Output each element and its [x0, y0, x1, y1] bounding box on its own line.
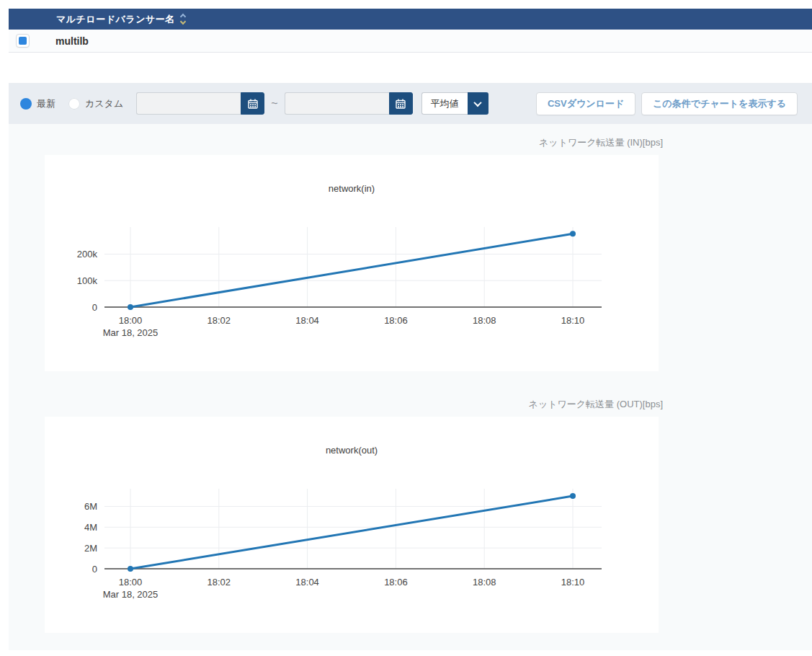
aggregation-selected-value[interactable]: 平均値 — [421, 92, 468, 115]
chevron-down-icon — [473, 98, 481, 106]
radio-custom-button[interactable] — [68, 98, 80, 110]
radio-custom[interactable]: カスタム — [68, 97, 123, 110]
show-chart-button[interactable]: この条件でチャートを表示する — [641, 92, 798, 115]
date-from-group — [136, 92, 264, 115]
date-to-input[interactable] — [285, 92, 389, 115]
svg-text:18:02: 18:02 — [208, 577, 231, 588]
checkbox-checked-fill — [19, 37, 27, 45]
calendar-icon — [395, 98, 406, 110]
svg-text:4M: 4M — [84, 522, 97, 533]
svg-text:6M: 6M — [84, 501, 97, 512]
aggregation-select[interactable]: 平均値 — [421, 92, 488, 115]
radio-custom-label: カスタム — [85, 97, 123, 110]
svg-text:0: 0 — [92, 302, 97, 313]
radio-latest[interactable]: 最新 — [20, 97, 55, 110]
svg-text:18:06: 18:06 — [384, 315, 408, 326]
svg-text:network(in): network(in) — [329, 183, 375, 194]
row-checkbox[interactable] — [16, 34, 30, 48]
chart-in-panel-title: ネットワーク転送量 (IN)[bps] — [539, 136, 663, 149]
chart-out-card: network(out)18:0018:0218:0418:0618:0818:… — [45, 417, 659, 633]
chart-out-panel-title: ネットワーク転送量 (OUT)[bps] — [529, 398, 663, 411]
chart-out-plot: network(out)18:0018:0218:0418:0618:0818:… — [45, 417, 659, 633]
svg-text:18:02: 18:02 — [208, 315, 231, 326]
loadbalancer-name: multilb — [55, 35, 89, 47]
date-range-separator: ~ — [271, 97, 277, 110]
svg-text:Mar 18, 2025: Mar 18, 2025 — [103, 589, 159, 600]
svg-text:18:08: 18:08 — [473, 315, 496, 326]
aggregation-dropdown-button[interactable] — [468, 92, 488, 115]
column-header-label: マルチロードバランサー名 — [56, 13, 175, 26]
sort-chevrons-icon — [181, 14, 185, 24]
calendar-icon — [247, 98, 259, 110]
control-bar: 最新 カスタム — [9, 83, 812, 124]
csv-download-button[interactable]: CSVダウンロード — [536, 92, 635, 115]
radio-latest-button[interactable] — [20, 98, 32, 110]
svg-text:18:10: 18:10 — [561, 577, 585, 588]
chart-in-plot: network(in)18:0018:0218:0418:0618:0818:1… — [45, 155, 659, 371]
svg-text:200k: 200k — [77, 249, 98, 260]
chart-section: 最新 カスタム — [9, 83, 812, 650]
svg-text:network(out): network(out) — [326, 445, 378, 456]
date-to-group — [285, 92, 413, 115]
svg-text:18:00: 18:00 — [119, 315, 143, 326]
svg-text:2M: 2M — [84, 543, 97, 554]
date-from-input[interactable] — [136, 92, 241, 115]
sort-down-icon — [180, 19, 186, 25]
svg-text:Mar 18, 2025: Mar 18, 2025 — [103, 327, 159, 338]
svg-text:18:04: 18:04 — [295, 315, 319, 326]
date-to-calendar-button[interactable] — [389, 92, 413, 115]
svg-text:18:00: 18:00 — [119, 577, 143, 588]
svg-text:18:04: 18:04 — [295, 577, 319, 588]
svg-text:18:08: 18:08 — [473, 577, 496, 588]
chart-in-card: network(in)18:0018:0218:0418:0618:0818:1… — [45, 155, 659, 371]
page: マルチロードバランサー名 multilb 最新 カスタム — [0, 0, 812, 656]
svg-text:100k: 100k — [77, 275, 98, 286]
table-row: multilb — [9, 30, 812, 53]
date-from-calendar-button[interactable] — [241, 92, 264, 115]
svg-text:18:06: 18:06 — [384, 577, 408, 588]
radio-latest-label: 最新 — [37, 97, 55, 110]
action-buttons: CSVダウンロード この条件でチャートを表示する — [536, 92, 798, 115]
svg-text:18:10: 18:10 — [561, 315, 585, 326]
column-header-loadbalancer-name[interactable]: マルチロードバランサー名 — [9, 9, 812, 30]
svg-text:0: 0 — [92, 564, 97, 575]
